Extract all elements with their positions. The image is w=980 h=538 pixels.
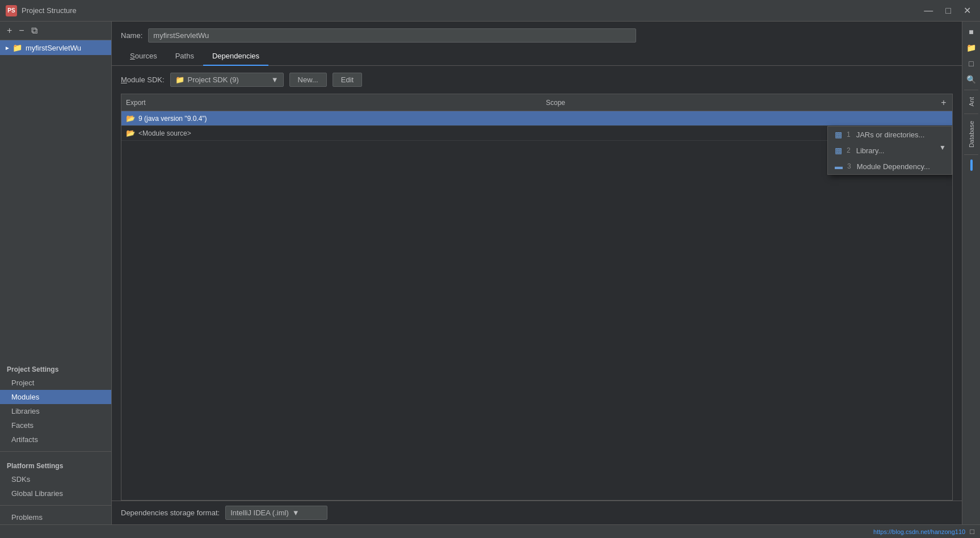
dropdown-item-library[interactable]: ▩ 2 Library... xyxy=(828,142,952,158)
bottom-row: Dependencies storage format: IntelliJ ID… xyxy=(112,501,962,524)
tree-arrow-icon: ► xyxy=(5,45,10,51)
sidebar-item-sdks[interactable]: SDKs xyxy=(0,472,111,486)
maximize-button[interactable]: □ xyxy=(942,5,954,16)
sidebar-item-global-libraries[interactable]: Global Libraries xyxy=(0,486,111,501)
col-header-scope: Scope xyxy=(541,99,935,107)
sdk-row: Module SDK: 📁 Project SDK (9) ▼ New... E… xyxy=(112,66,962,94)
project-settings-section: Project Settings Project Modules Librari… xyxy=(0,360,111,447)
sdk-label: Module SDK: xyxy=(121,75,165,84)
dropdown-item-module-dep[interactable]: ▬ 3 Module Dependency... xyxy=(828,158,952,174)
module-tree-item-myfirstservletwu[interactable]: ► 📁 myfirstServletWu xyxy=(0,40,111,55)
module-folder-icon: 📁 xyxy=(12,43,22,52)
project-settings-label: Project Settings xyxy=(0,360,111,376)
dep-folder-icon-1: 📂 xyxy=(126,129,135,137)
sidebar-item-problems[interactable]: Problems xyxy=(0,510,111,524)
strip-box-button[interactable]: □ xyxy=(962,56,980,72)
strip-folder-button[interactable]: 📁 xyxy=(962,40,980,56)
sidebar-divider-2 xyxy=(0,505,111,506)
sidebar-item-facets[interactable]: Facets xyxy=(0,418,111,432)
storage-format-select[interactable]: IntelliJ IDEA (.iml) ▼ xyxy=(225,506,327,520)
sdk-select-value: Project SDK (9) xyxy=(188,75,239,84)
sidebar-add-button[interactable]: + xyxy=(5,25,14,36)
sidebar-item-modules[interactable]: Modules xyxy=(0,390,111,404)
sdk-select[interactable]: 📁 Project SDK (9) ▼ xyxy=(170,73,284,87)
module-dep-icon: ▬ xyxy=(835,162,843,171)
name-label: Name: xyxy=(121,31,142,40)
dep-folder-icon-0: 📂 xyxy=(126,114,135,123)
sidebar-item-libraries[interactable]: Libraries xyxy=(0,404,111,418)
col-header-add-button[interactable]: + xyxy=(935,98,952,108)
strip-accent-indicator xyxy=(970,159,973,171)
title-bar-controls: ― □ ✕ xyxy=(920,5,974,16)
close-button[interactable]: ✕ xyxy=(960,5,974,16)
strip-divider-3 xyxy=(964,154,978,155)
sdk-folder-icon: 📁 xyxy=(175,75,184,84)
sidebar-toolbar: + − ⧉ xyxy=(0,22,111,40)
storage-format-value: IntelliJ IDEA (.iml) xyxy=(230,508,289,517)
tabs-row: Sources Paths Dependencies xyxy=(112,47,962,66)
sdk-new-button[interactable]: New... xyxy=(289,73,327,87)
module-tree: ► 📁 myfirstServletWu xyxy=(0,40,111,360)
status-bar: https://blog.csdn.net/hanzong110 □ xyxy=(0,524,980,538)
sidebar: + − ⧉ ► 📁 myfirstServletWu Project Setti… xyxy=(0,22,112,524)
strip-divider-2 xyxy=(964,114,978,114)
strip-divider-1 xyxy=(964,90,978,90)
right-strip: ■ 📁 □ 🔍 Ant Database xyxy=(962,22,980,524)
dependencies-table: Export Scope + 📂 9 (java version "9.0.4"… xyxy=(121,94,953,501)
ant-label[interactable]: Ant xyxy=(967,93,976,111)
tab-dependencies[interactable]: Dependencies xyxy=(203,47,268,66)
database-label[interactable]: Database xyxy=(967,116,976,152)
table-row[interactable]: 📂 9 (java version "9.0.4") xyxy=(121,111,952,126)
title-bar-title: Project Structure xyxy=(22,6,920,15)
storage-format-arrow-icon: ▼ xyxy=(292,508,300,517)
dropdown-arrow-indicator: ▼ xyxy=(939,144,946,152)
strip-search-button[interactable]: 🔍 xyxy=(962,72,980,87)
dep-row-name-0: 📂 9 (java version "9.0.4") xyxy=(121,114,541,123)
dropdown-item-jars[interactable]: ▩ 1 JARs or directories... xyxy=(828,127,952,142)
platform-settings-section: Platform Settings SDKs Global Libraries xyxy=(0,456,111,501)
name-row: Name: xyxy=(112,22,962,47)
module-tree-label: myfirstServletWu xyxy=(26,44,81,52)
jars-icon: ▩ xyxy=(835,130,842,139)
app-icon: PS xyxy=(6,5,17,16)
sdk-dropdown-arrow-icon: ▼ xyxy=(271,75,279,84)
strip-grid-button[interactable]: ■ xyxy=(962,24,980,40)
sidebar-item-project[interactable]: Project xyxy=(0,376,111,390)
main-layout: + − ⧉ ► 📁 myfirstServletWu Project Setti… xyxy=(0,22,980,524)
name-input[interactable] xyxy=(148,28,636,43)
tab-paths[interactable]: Paths xyxy=(166,47,203,66)
sidebar-copy-button[interactable]: ⧉ xyxy=(29,25,40,36)
content-area: Name: Sources Paths Dependencies Module … xyxy=(112,22,962,524)
sidebar-remove-button[interactable]: − xyxy=(16,25,26,36)
minimize-button[interactable]: ― xyxy=(920,5,936,16)
platform-settings-label: Platform Settings xyxy=(0,456,111,472)
library-icon: ▩ xyxy=(835,146,842,155)
dep-row-name-1: 📂 <Module source> xyxy=(121,129,541,137)
status-link[interactable]: https://blog.csdn.net/hanzong110 xyxy=(873,528,965,535)
sidebar-divider-1 xyxy=(0,451,111,452)
sidebar-item-artifacts[interactable]: Artifacts xyxy=(0,432,111,447)
col-header-export: Export xyxy=(121,99,541,107)
status-icon: □ xyxy=(970,527,974,536)
add-dependency-dropdown: ▩ 1 JARs or directories... ▩ 2 Library..… xyxy=(827,126,952,175)
table-header: Export Scope + xyxy=(121,94,952,111)
title-bar: PS Project Structure ― □ ✕ xyxy=(0,0,980,22)
bottom-label: Dependencies storage format: xyxy=(121,508,220,517)
sdk-edit-button[interactable]: Edit xyxy=(333,73,362,87)
tab-sources[interactable]: Sources xyxy=(121,47,166,66)
